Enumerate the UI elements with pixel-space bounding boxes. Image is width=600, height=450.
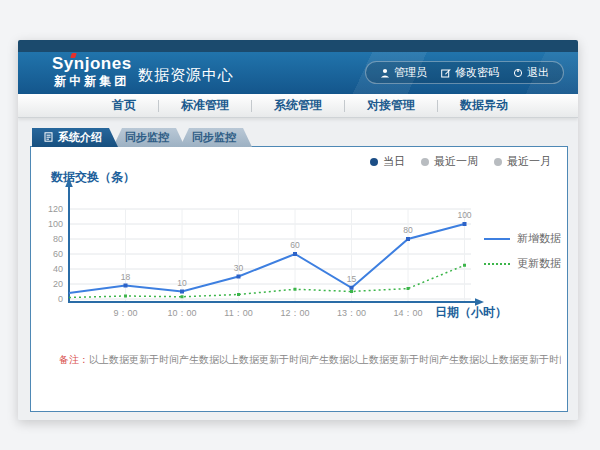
edit-icon	[441, 68, 451, 78]
tab-label: 系统介绍	[58, 130, 102, 145]
tab-同步监控-1[interactable]: 同步监控	[113, 128, 185, 147]
window-top-strip	[18, 40, 578, 52]
company-logo: Synjones 新中新集团	[52, 55, 132, 87]
data-point	[294, 288, 297, 291]
legend-更新数据: 更新数据	[484, 256, 561, 271]
y-tick-label: 40	[53, 264, 63, 274]
x-tick-label: 13：00	[337, 308, 366, 318]
data-point	[406, 237, 410, 241]
user-menu-label: 修改密码	[455, 65, 499, 80]
logo-wordmark: Synjones	[52, 55, 132, 73]
app-window: Synjones 新中新集团 数据资源中心 管理员修改密码退出 首页标准管理系统…	[18, 40, 578, 420]
data-point	[350, 290, 353, 293]
data-point	[237, 293, 240, 296]
footnote: 备注：以上数据更新于时间产生数据以上数据更新于时间产生数据以上数据更新于时间产生…	[59, 353, 561, 367]
data-point	[180, 290, 184, 294]
data-point	[407, 287, 410, 290]
data-point-label: 10	[177, 278, 187, 288]
data-point-label: 80	[403, 225, 413, 235]
legend-label: 新增数据	[517, 231, 561, 246]
y-tick-label: 80	[53, 234, 63, 244]
y-tick-label: 20	[53, 279, 63, 289]
data-point	[124, 284, 128, 288]
nav-item-标准管理[interactable]: 标准管理	[159, 97, 251, 114]
nav-item-首页[interactable]: 首页	[90, 97, 158, 114]
nav-item-系统管理[interactable]: 系统管理	[252, 97, 344, 114]
data-point-label: 18	[121, 272, 131, 282]
user-menu-label: 退出	[527, 65, 549, 80]
logo-subtitle: 新中新集团	[52, 75, 132, 88]
user-icon	[380, 68, 390, 78]
data-point-label: 30	[234, 263, 244, 273]
x-tick-label: 14：00	[393, 308, 422, 318]
x-axis-title: 日期（小时）	[435, 304, 507, 321]
content-area: 系统介绍同步监控同步监控 当日最近一周最近一月 数据交换（条） 02040608…	[18, 118, 578, 420]
x-tick-label: 11：00	[224, 308, 252, 318]
logo-post: njones	[74, 54, 132, 73]
line-chart: 0204060801001209：0010：0011：0012：0013：001…	[31, 147, 567, 411]
user-menu: 管理员修改密码退出	[365, 61, 564, 84]
y-tick-label: 120	[48, 204, 63, 214]
legend-新增数据: 新增数据	[484, 231, 561, 246]
chart-legend: 新增数据更新数据	[484, 231, 561, 271]
user-menu-退出[interactable]: 退出	[513, 65, 549, 80]
power-icon	[513, 68, 523, 78]
tab-系统介绍-0[interactable]: 系统介绍	[32, 128, 118, 147]
data-point-label: 60	[290, 240, 300, 250]
y-tick-label: 60	[53, 249, 63, 259]
legend-label: 更新数据	[517, 256, 561, 271]
nav-item-对接管理[interactable]: 对接管理	[345, 97, 437, 114]
app-header: Synjones 新中新集团 数据资源中心 管理员修改密码退出	[18, 52, 578, 94]
data-point	[293, 252, 297, 256]
x-tick-label: 9：00	[113, 308, 137, 318]
y-axis-arrow-icon	[65, 178, 73, 187]
user-menu-修改密码[interactable]: 修改密码	[441, 65, 499, 80]
logo-pre: S	[52, 54, 64, 73]
user-menu-管理员[interactable]: 管理员	[380, 65, 427, 80]
data-point	[463, 264, 466, 267]
chart-panel: 当日最近一周最近一月 数据交换（条） 0204060801001209：0010…	[30, 146, 568, 412]
nav-item-数据异动[interactable]: 数据异动	[438, 97, 530, 114]
data-point-label: 100	[457, 210, 471, 220]
tab-label: 同步监控	[192, 130, 236, 145]
y-tick-label: 0	[58, 294, 63, 304]
data-point-label: 15	[347, 274, 357, 284]
document-icon	[44, 132, 53, 144]
tab-同步监控-2[interactable]: 同步监控	[180, 128, 252, 147]
data-point	[463, 222, 467, 226]
x-tick-label: 10：00	[167, 308, 196, 318]
tab-bar: 系统介绍同步监控同步监控	[32, 128, 252, 147]
x-tick-label: 12：00	[280, 308, 309, 318]
data-point	[124, 295, 127, 298]
y-tick-label: 100	[48, 219, 63, 229]
legend-line-sample	[484, 238, 510, 240]
logo-accent-letter: y	[64, 54, 74, 73]
legend-line-sample	[484, 263, 510, 265]
main-nav: 首页标准管理系统管理对接管理数据异动	[18, 94, 578, 118]
tab-label: 同步监控	[125, 130, 169, 145]
data-point	[350, 286, 354, 290]
page-title: 数据资源中心	[138, 66, 234, 85]
data-point	[181, 295, 184, 298]
footnote-text: 以上数据更新于时间产生数据以上数据更新于时间产生数据以上数据更新于时间产生数据以…	[89, 354, 561, 365]
data-point	[237, 275, 241, 279]
footnote-prefix: 备注：	[59, 354, 89, 365]
user-menu-label: 管理员	[394, 65, 427, 80]
